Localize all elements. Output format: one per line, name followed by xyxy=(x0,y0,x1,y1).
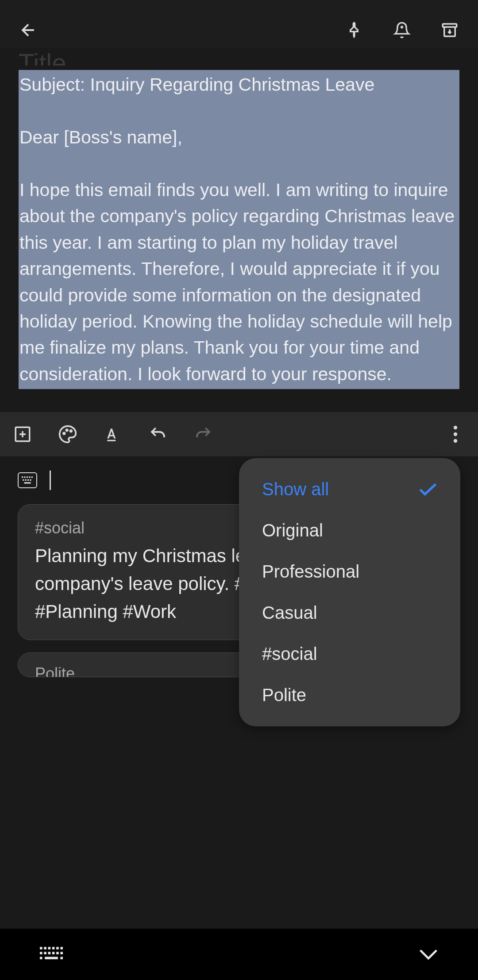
more-vert-icon xyxy=(453,425,458,443)
check-icon xyxy=(419,482,437,497)
svg-rect-10 xyxy=(24,477,25,478)
svg-rect-5 xyxy=(107,440,116,441)
note-content: Title Subject: Inquiry Regarding Christm… xyxy=(0,48,478,389)
bell-add-icon xyxy=(393,20,411,40)
title-placeholder[interactable]: Title xyxy=(19,48,459,66)
keyboard-button[interactable] xyxy=(40,946,63,962)
svg-rect-19 xyxy=(40,947,42,949)
palette-icon xyxy=(58,424,77,444)
undo-icon xyxy=(149,425,167,444)
email-subject: Subject: Inquiry Regarding Christmas Lea… xyxy=(19,74,374,95)
svg-rect-13 xyxy=(31,477,33,478)
back-button[interactable] xyxy=(18,19,39,41)
dropdown-item-social[interactable]: #social xyxy=(239,633,460,675)
input-cursor[interactable] xyxy=(50,471,51,490)
bottom-bar xyxy=(0,929,478,980)
suggestions-panel: #social Planning my Christmas leave trav… xyxy=(0,456,478,677)
redo-icon xyxy=(194,425,212,444)
svg-rect-16 xyxy=(27,479,29,481)
keyboard-icon xyxy=(40,946,63,962)
more-button[interactable] xyxy=(445,424,466,444)
svg-point-4 xyxy=(70,430,72,432)
dropdown-label: Polite xyxy=(262,685,306,705)
format-toolbar xyxy=(0,412,478,456)
palette-button[interactable] xyxy=(58,424,78,444)
dropdown-item-casual[interactable]: Casual xyxy=(239,592,460,633)
svg-rect-31 xyxy=(40,957,42,960)
dropdown-item-polite[interactable]: Polite xyxy=(239,675,460,716)
keyboard-toggle[interactable] xyxy=(18,472,37,488)
svg-rect-14 xyxy=(23,479,24,481)
svg-rect-11 xyxy=(27,477,28,478)
add-box-icon xyxy=(13,425,32,444)
text-format-icon xyxy=(104,425,121,444)
svg-rect-18 xyxy=(24,482,31,484)
dropdown-label: Casual xyxy=(262,603,317,623)
archive-button[interactable] xyxy=(439,19,460,41)
svg-rect-33 xyxy=(60,957,63,960)
dropdown-item-original[interactable]: Original xyxy=(239,510,460,551)
svg-point-6 xyxy=(454,426,457,429)
svg-point-7 xyxy=(454,432,457,436)
svg-point-3 xyxy=(66,429,68,431)
collapse-button[interactable] xyxy=(419,948,438,961)
dropdown-item-professional[interactable]: Professional xyxy=(239,551,460,592)
svg-rect-22 xyxy=(52,947,55,949)
svg-rect-9 xyxy=(22,477,23,478)
svg-rect-29 xyxy=(56,952,59,954)
text-format-button[interactable] xyxy=(103,424,123,444)
note-body[interactable]: Subject: Inquiry Regarding Christmas Lea… xyxy=(19,70,459,389)
keyboard-small-icon xyxy=(22,476,33,484)
svg-rect-25 xyxy=(40,952,42,954)
svg-rect-32 xyxy=(45,957,58,960)
svg-rect-15 xyxy=(25,479,27,481)
svg-rect-21 xyxy=(48,947,51,949)
svg-rect-20 xyxy=(44,947,46,949)
svg-rect-0 xyxy=(443,24,457,27)
undo-button[interactable] xyxy=(148,424,168,444)
pin-icon xyxy=(345,20,363,40)
archive-icon xyxy=(440,21,459,39)
pin-button[interactable] xyxy=(343,19,365,41)
dropdown-label: Show all xyxy=(262,479,329,499)
tone-dropdown: Show all Original Professional Casual #s… xyxy=(239,458,460,726)
svg-rect-17 xyxy=(30,479,31,481)
reminder-button[interactable] xyxy=(391,19,412,41)
svg-rect-27 xyxy=(48,952,51,954)
dropdown-label: #social xyxy=(262,644,317,664)
svg-rect-23 xyxy=(56,947,59,949)
arrow-back-icon xyxy=(19,20,38,40)
email-body-text: I hope this email finds you well. I am w… xyxy=(19,180,455,384)
dropdown-item-show-all[interactable]: Show all xyxy=(239,469,460,510)
redo-button xyxy=(193,424,213,444)
svg-point-2 xyxy=(63,433,65,435)
dropdown-label: Original xyxy=(262,521,323,540)
svg-rect-30 xyxy=(60,952,63,954)
dropdown-label: Professional xyxy=(262,562,359,582)
svg-point-8 xyxy=(454,439,457,443)
svg-rect-24 xyxy=(60,947,63,949)
email-greeting: Dear [Boss's name], xyxy=(19,127,182,147)
chevron-down-icon xyxy=(419,948,438,961)
svg-rect-26 xyxy=(44,952,46,954)
svg-rect-12 xyxy=(29,477,30,478)
add-button[interactable] xyxy=(12,424,33,444)
svg-rect-28 xyxy=(52,952,55,954)
